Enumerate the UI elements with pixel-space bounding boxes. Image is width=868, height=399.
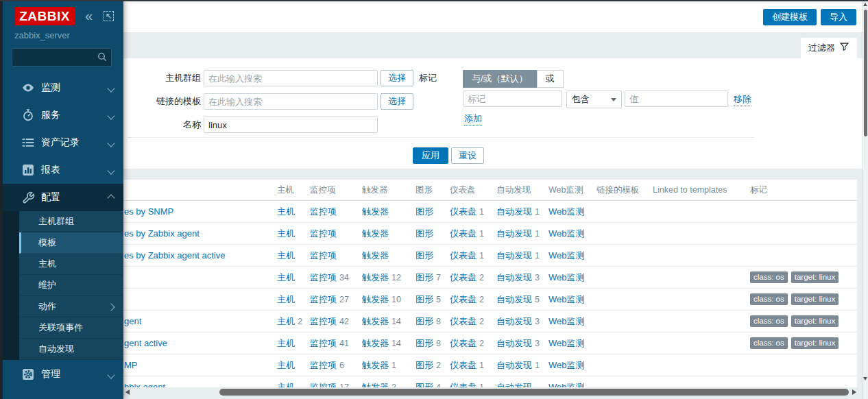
scroll-up-arrow-icon[interactable] bbox=[863, 3, 867, 6]
items-link[interactable]: 监控项 bbox=[310, 294, 337, 304]
items-link[interactable]: 监控项 bbox=[310, 272, 337, 282]
dashboards-link[interactable]: 仪表盘 bbox=[450, 382, 477, 388]
triggers-link[interactable]: 触发器 bbox=[362, 382, 389, 388]
submenu-item-event-correlation[interactable]: 关联项事件 bbox=[19, 317, 123, 339]
triggers-link[interactable]: 触发器 bbox=[362, 206, 389, 217]
graphs-link[interactable]: 图形 bbox=[415, 272, 433, 282]
web-link[interactable]: Web监测 bbox=[548, 228, 585, 239]
items-link[interactable]: 监控项 bbox=[310, 382, 337, 388]
submenu-item-maintenance[interactable]: 维护 bbox=[19, 275, 123, 296]
sidebar-item-administration[interactable]: 管理 bbox=[3, 362, 123, 387]
graphs-link[interactable]: 图形 bbox=[415, 228, 433, 239]
template-name-link[interactable]: gent bbox=[124, 316, 141, 326]
graphs-link[interactable]: 图形 bbox=[415, 206, 433, 217]
scroll-right-arrow-icon[interactable] bbox=[852, 389, 856, 395]
web-link[interactable]: Web监测 bbox=[548, 360, 585, 370]
triggers-link[interactable]: 触发器 bbox=[362, 228, 389, 239]
tag-name-input[interactable] bbox=[463, 90, 562, 107]
dashboards-link[interactable]: 仪表盘 bbox=[450, 206, 477, 217]
graphs-link[interactable]: 图形 bbox=[415, 360, 433, 370]
template-name-link[interactable]: MP bbox=[124, 360, 138, 370]
sidebar-item-configuration[interactable]: 配置 bbox=[3, 184, 123, 211]
triggers-link[interactable]: 触发器 bbox=[362, 294, 389, 304]
discovery-link[interactable]: 自动发现 bbox=[496, 316, 532, 326]
import-button[interactable]: 导入 bbox=[821, 9, 856, 25]
linked-template-select-button[interactable]: 选择 bbox=[381, 93, 413, 110]
template-name-link[interactable]: es by Zabbix agent bbox=[124, 228, 200, 239]
discovery-link[interactable]: 自动发现 bbox=[496, 338, 532, 348]
scroll-left-arrow-icon[interactable] bbox=[125, 389, 130, 395]
discovery-link[interactable]: 自动发现 bbox=[496, 360, 532, 370]
sidebar-item-reports[interactable]: 报表 bbox=[3, 156, 123, 184]
collapse-sidebar-icon[interactable]: « bbox=[85, 8, 93, 24]
triggers-link[interactable]: 触发器 bbox=[362, 316, 389, 326]
dashboards-link[interactable]: 仪表盘 bbox=[450, 338, 477, 348]
tag-logic-andor-button[interactable]: 与/或（默认） bbox=[463, 70, 537, 88]
graphs-link[interactable]: 图形 bbox=[415, 338, 433, 348]
dashboards-link[interactable]: 仪表盘 bbox=[450, 228, 477, 239]
web-link[interactable]: Web监测 bbox=[548, 316, 585, 326]
items-link[interactable]: 监控项 bbox=[310, 338, 337, 348]
template-name-link[interactable]: es by SNMP bbox=[124, 206, 173, 217]
tag-add-link[interactable]: 添加 bbox=[464, 112, 482, 125]
dashboards-link[interactable]: 仪表盘 bbox=[450, 360, 477, 370]
pin-sidebar-icon[interactable] bbox=[104, 11, 114, 21]
hosts-link[interactable]: 主机 bbox=[277, 272, 295, 282]
triggers-link[interactable]: 触发器 bbox=[362, 272, 389, 282]
sidebar-item-monitoring[interactable]: 监测 bbox=[3, 74, 123, 101]
graphs-link[interactable]: 图形 bbox=[415, 316, 433, 326]
web-link[interactable]: Web监测 bbox=[548, 294, 585, 304]
filter-tab[interactable]: 过滤器 bbox=[801, 38, 857, 58]
discovery-link[interactable]: 自动发现 bbox=[496, 250, 532, 261]
submenu-item-templates[interactable]: 模板 bbox=[19, 232, 123, 254]
template-name-link[interactable]: es by Zabbix agent active bbox=[124, 250, 225, 261]
tag-remove-link[interactable]: 移除 bbox=[734, 93, 751, 106]
web-link[interactable]: Web监测 bbox=[548, 338, 585, 348]
triggers-link[interactable]: 触发器 bbox=[362, 250, 389, 261]
hosts-link[interactable]: 主机 bbox=[277, 294, 295, 304]
template-name-link[interactable]: bbix agent bbox=[124, 382, 165, 387]
sidebar-search-input[interactable] bbox=[16, 50, 96, 64]
graphs-link[interactable]: 图形 bbox=[415, 382, 433, 388]
sidebar-item-services[interactable]: 服务 bbox=[3, 101, 123, 129]
items-link[interactable]: 监控项 bbox=[310, 206, 337, 217]
hosts-link[interactable]: 主机 bbox=[277, 338, 295, 348]
web-link[interactable]: Web监测 bbox=[548, 206, 585, 217]
submenu-item-host-groups[interactable]: 主机群组 bbox=[19, 211, 123, 232]
discovery-link[interactable]: 自动发现 bbox=[496, 294, 532, 304]
web-link[interactable]: Web监测 bbox=[548, 272, 585, 282]
vertical-scrollbar-thumb[interactable] bbox=[864, 10, 867, 136]
linked-template-input[interactable] bbox=[204, 93, 378, 110]
horizontal-scrollbar-thumb[interactable] bbox=[219, 389, 849, 396]
discovery-link[interactable]: 自动发现 bbox=[496, 272, 532, 282]
graphs-link[interactable]: 图形 bbox=[415, 294, 433, 304]
hosts-link[interactable]: 主机 bbox=[277, 250, 295, 261]
hosts-link[interactable]: 主机 bbox=[277, 360, 295, 370]
template-name-link[interactable]: gent active bbox=[124, 338, 167, 348]
triggers-link[interactable]: 触发器 bbox=[362, 338, 389, 348]
name-input[interactable] bbox=[204, 117, 378, 133]
graphs-link[interactable]: 图形 bbox=[415, 250, 433, 261]
dashboards-link[interactable]: 仪表盘 bbox=[450, 294, 477, 304]
reset-button[interactable]: 重设 bbox=[451, 147, 484, 164]
web-link[interactable]: Web监测 bbox=[548, 382, 585, 388]
items-link[interactable]: 监控项 bbox=[310, 316, 337, 326]
hosts-link[interactable]: 主机 bbox=[277, 228, 295, 239]
dashboards-link[interactable]: 仪表盘 bbox=[450, 316, 477, 326]
hosts-link[interactable]: 主机 bbox=[277, 316, 295, 326]
triggers-link[interactable]: 触发器 bbox=[362, 360, 389, 370]
items-link[interactable]: 监控项 bbox=[310, 228, 337, 239]
sidebar-item-inventory[interactable]: 资产记录 bbox=[3, 129, 123, 156]
tag-operator-select[interactable]: 包含 bbox=[566, 90, 622, 108]
dashboards-link[interactable]: 仪表盘 bbox=[450, 250, 477, 261]
create-template-button[interactable]: 创建模板 bbox=[763, 9, 817, 25]
submenu-item-hosts[interactable]: 主机 bbox=[19, 254, 123, 275]
tag-value-input[interactable] bbox=[625, 90, 728, 107]
discovery-link[interactable]: 自动发现 bbox=[496, 206, 532, 217]
items-link[interactable]: 监控项 bbox=[310, 360, 337, 370]
apply-button[interactable]: 应用 bbox=[413, 147, 448, 164]
tag-logic-or-button[interactable]: 或 bbox=[537, 70, 564, 88]
scroll-down-arrow-icon[interactable] bbox=[863, 377, 867, 380]
discovery-link[interactable]: 自动发现 bbox=[496, 228, 532, 239]
discovery-link[interactable]: 自动发现 bbox=[496, 382, 532, 388]
